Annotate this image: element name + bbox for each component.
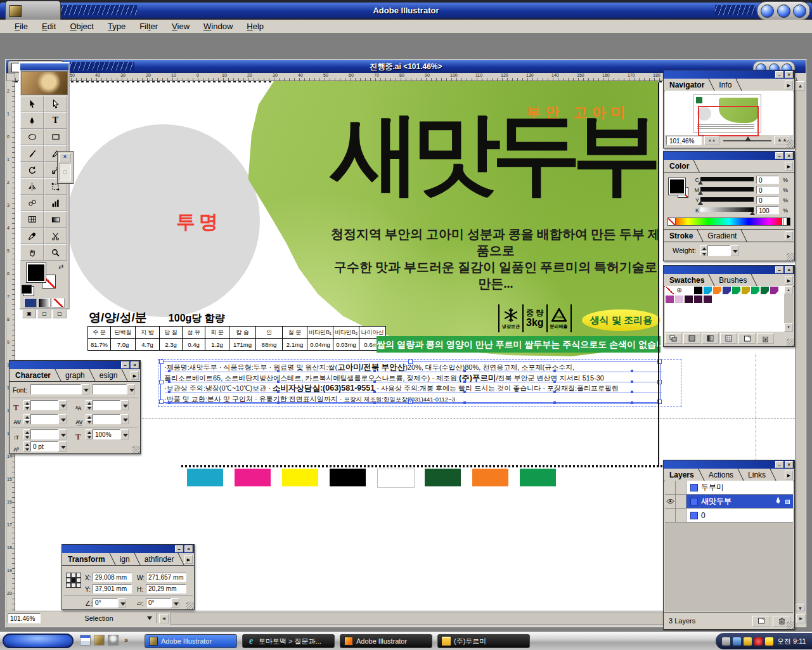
swatch[interactable] (731, 286, 741, 295)
reference-point-selector[interactable] (66, 573, 81, 588)
palette-menu-icon[interactable]: ▶ (785, 471, 793, 479)
white-black-swatch[interactable] (783, 218, 790, 226)
tab-stroke[interactable]: Stroke (665, 230, 703, 242)
show-desktop-icon[interactable] (80, 635, 91, 646)
swatch[interactable] (693, 286, 703, 295)
layer-row[interactable]: 두부미 (665, 481, 793, 495)
close-icon[interactable]: × (59, 153, 71, 162)
channel-value-field[interactable]: 0 (756, 176, 779, 184)
resize-grip[interactable] (132, 446, 140, 453)
selection-tool[interactable] (20, 96, 44, 112)
navigator-zoom-field[interactable]: 101,46% (666, 136, 702, 145)
quicklaunch-overflow-icon[interactable]: » (124, 636, 128, 644)
status-mode-dropdown[interactable]: Selection (42, 613, 157, 623)
scissors-tool[interactable] (44, 228, 67, 244)
new-swatch-button[interactable] (738, 333, 756, 344)
y-field[interactable]: 37,901 mm (93, 584, 132, 594)
color-spectrum-bar[interactable] (667, 218, 790, 226)
swatch[interactable] (741, 286, 751, 295)
close-icon[interactable]: × (785, 266, 793, 273)
eyedropper-tool[interactable] (20, 228, 44, 244)
kerning-field-stepper[interactable] (23, 414, 30, 424)
shear-field[interactable]: 0° (146, 598, 171, 608)
taskbar-item[interactable]: e토마토맥 > 질문과... (242, 634, 335, 648)
kerning-field[interactable] (30, 414, 58, 424)
font-size-field-dropdown-icon[interactable] (58, 400, 67, 410)
tab-graph[interactable]: graph (61, 369, 95, 381)
standard-screen-mode-button[interactable]: ▣ (22, 309, 36, 318)
vertical-scrollbar[interactable]: ▲ ▼ (795, 81, 806, 613)
swatch[interactable] (703, 295, 712, 304)
rectangle-tool[interactable] (44, 129, 67, 145)
energy-icon[interactable] (765, 637, 773, 646)
ellipse-tool[interactable] (20, 129, 44, 145)
app-system-menu[interactable] (5, 1, 61, 21)
fill-swatch[interactable] (669, 178, 685, 195)
channel-slider-thumb[interactable] (698, 191, 703, 195)
tab-actions[interactable]: Actions (704, 469, 744, 481)
tab-transform[interactable]: Transform (63, 553, 115, 565)
channel-slider-track[interactable] (700, 187, 754, 192)
palette-menu-icon[interactable]: ▶ (785, 231, 793, 240)
menu-filter[interactable]: Filter (132, 20, 165, 32)
swatch[interactable] (684, 286, 693, 295)
messenger-icon[interactable] (744, 637, 752, 646)
tab-ign[interactable]: ign (115, 553, 140, 565)
registration-swatch[interactable]: ⊕ (674, 286, 684, 295)
swatch[interactable] (665, 295, 674, 304)
menu-object[interactable]: Object (63, 20, 101, 32)
fill-swatch[interactable] (27, 263, 46, 282)
paintbrush-tool[interactable] (20, 145, 44, 162)
tracking-field-stepper[interactable] (86, 414, 93, 424)
weight-dropdown-icon[interactable] (730, 245, 739, 256)
reflect-tool[interactable] (20, 178, 44, 195)
palette-menu-icon[interactable]: ▶ (785, 276, 793, 285)
selection-handle[interactable] (159, 400, 164, 404)
taskbar-item[interactable]: (주)푸르미 (437, 634, 530, 648)
scroll-left-button[interactable]: ◄ (159, 614, 169, 623)
tab-swatches[interactable]: Swatches (665, 274, 714, 286)
tab-character[interactable]: Character (11, 369, 61, 381)
fullscreen-mode-button[interactable]: ▢ (53, 309, 67, 318)
palette-menu-icon[interactable]: ▶ (184, 555, 193, 564)
selection-handle[interactable] (159, 360, 164, 364)
minimize-icon[interactable]: – (775, 461, 783, 468)
scroll-up-button[interactable]: ▲ (796, 81, 805, 91)
baseline-shift-field-stepper[interactable] (23, 441, 30, 452)
swatch[interactable] (693, 295, 703, 304)
tab-navigator[interactable]: Navigator (665, 79, 714, 91)
layer-visibility-toggle[interactable] (665, 495, 676, 508)
horizontal-scale-field-dropdown-icon[interactable] (120, 429, 129, 439)
antivirus-icon[interactable] (754, 637, 763, 646)
resize-grip[interactable] (787, 339, 794, 346)
rotate-dropdown-icon[interactable] (118, 598, 126, 608)
new-layer-button[interactable] (752, 616, 770, 627)
scroll-right-button[interactable]: ► (796, 614, 806, 623)
layer-visibility-toggle[interactable] (665, 481, 676, 494)
close-icon[interactable]: × (785, 461, 793, 468)
palette-titlebar[interactable]: –× (62, 545, 194, 553)
layer-target-icon[interactable] (785, 500, 790, 504)
minimize-icon[interactable]: – (775, 152, 783, 159)
layer-content[interactable]: 두부미 (686, 481, 793, 494)
delete-swatch-button[interactable] (757, 333, 774, 344)
tab-info[interactable]: Info (714, 79, 742, 91)
rotate-tool[interactable] (20, 162, 44, 178)
font-size-field[interactable] (30, 400, 58, 410)
swatch[interactable] (770, 286, 779, 295)
channel-value-field[interactable]: 0 (756, 186, 779, 194)
twirl-tool[interactable]: ◌ (59, 163, 71, 181)
tab-esign[interactable]: esign (95, 369, 128, 381)
baseline-shift-field[interactable]: 0 pt (30, 441, 58, 452)
channel-slider-track[interactable] (700, 197, 754, 202)
resize-grip[interactable] (787, 140, 794, 148)
horizontal-scale-field[interactable]: 100% (93, 429, 120, 439)
swatch[interactable] (703, 286, 712, 295)
none-swatch[interactable] (665, 286, 674, 295)
navigator-view-rectangle[interactable] (698, 106, 759, 136)
channel-slider-thumb[interactable] (698, 181, 703, 185)
vertical-scale-field-stepper[interactable] (23, 429, 30, 439)
leading-field[interactable] (93, 400, 120, 410)
selection-handle[interactable] (159, 380, 164, 384)
layer-row[interactable]: 0 (665, 509, 793, 523)
